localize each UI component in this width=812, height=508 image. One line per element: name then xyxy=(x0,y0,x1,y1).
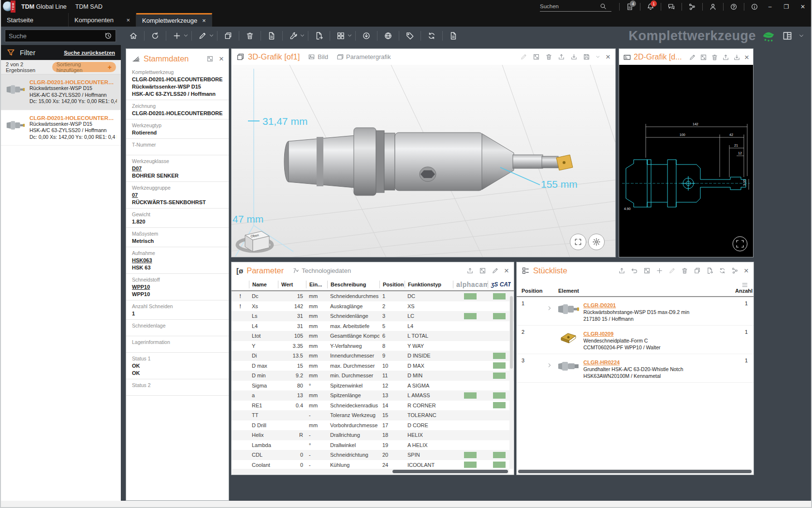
stueckliste-row[interactable]: 3 CLGR-HR0224 Grundhalter HSK-A/C 63-D20… xyxy=(517,354,754,383)
tab-parametergrafik[interactable]: Parametergrafik xyxy=(336,53,391,60)
close-panel-icon[interactable]: × xyxy=(744,53,749,61)
messages-button[interactable] xyxy=(664,0,679,13)
reset-search-link[interactable]: Suche zurücksetzen xyxy=(64,50,115,56)
parameter-row[interactable]: ! D min 9.2 mm min. Durchmesser 11 D MIN xyxy=(232,371,514,381)
download-icon[interactable] xyxy=(733,54,740,61)
expand-icon[interactable] xyxy=(206,55,214,62)
export-icon[interactable] xyxy=(618,267,625,274)
col-anzahl[interactable]: Anzahl xyxy=(735,288,754,294)
layout-chevron-icon[interactable] xyxy=(798,33,804,39)
close-panel-icon[interactable]: × xyxy=(504,267,509,275)
parameter-row[interactable]: ! L4 31 mm max. Arbeitstiefe 5 L4 xyxy=(232,321,514,331)
tools-dropdown[interactable] xyxy=(299,31,306,40)
globe-button[interactable] xyxy=(379,27,397,45)
2d-fullscreen-icon[interactable] xyxy=(737,240,743,247)
parameter-tab-active[interactable]: Parameter xyxy=(246,266,284,275)
tab-technologiedaten[interactable]: Technologiedaten xyxy=(292,267,351,274)
save-chevron-icon[interactable] xyxy=(595,53,600,60)
field-link[interactable]: 07 xyxy=(132,192,223,199)
download-button[interactable] xyxy=(358,27,375,45)
parameter-row[interactable]: ! RE1 0.4 mm Schneideckenradius 14 R COR… xyxy=(232,401,514,411)
stueckliste-row[interactable]: 2 CLGR-I0209 Wendeschneidplatte-Form C C… xyxy=(517,326,754,354)
global-search[interactable] xyxy=(540,2,611,12)
col-position[interactable]: Position xyxy=(379,281,405,288)
edit-icon[interactable] xyxy=(668,267,676,274)
expand-chevron-icon[interactable] xyxy=(547,358,557,379)
tab-bild[interactable]: Bild xyxy=(308,53,328,60)
add-dropdown[interactable] xyxy=(182,31,189,40)
sync-icon[interactable] xyxy=(719,267,726,274)
3d-viewport[interactable]: 31,47 mm 155 mm 47 mm Oben xyxy=(232,65,615,257)
component-link[interactable]: CLGR-D0201 xyxy=(583,302,616,308)
search-history-icon[interactable] xyxy=(104,32,112,40)
parameter-row[interactable]: ! TT - Toleranz Werkzeug 15 TOLERANC xyxy=(232,410,514,420)
parameter-row[interactable]: ! D Drill mm Vorbohrdurchmesse 17 D CORE xyxy=(232,420,514,431)
parameter-row[interactable]: ! a 13 mm Spitzenlänge 13 L AMASS xyxy=(232,390,514,401)
parameter-row[interactable]: ! Ls 31 mm Schneidenlänge 3 LC xyxy=(232,311,514,321)
forward-icon[interactable] xyxy=(706,267,713,274)
col-position[interactable]: Position xyxy=(517,288,558,294)
global-search-input[interactable] xyxy=(540,3,600,9)
search-icon[interactable] xyxy=(600,3,607,10)
sync-button[interactable] xyxy=(423,27,440,45)
parameter-vscrollbar[interactable] xyxy=(509,292,513,469)
result-title-link[interactable]: CLGR-D0201-HOLECOUNTERBORE xyxy=(29,79,117,85)
edit-icon[interactable] xyxy=(492,267,499,274)
trash-icon[interactable] xyxy=(545,53,552,60)
app-tab[interactable]: Startseite × xyxy=(1,13,69,27)
settings-button[interactable] xyxy=(588,234,605,250)
result-item[interactable]: CLGR-D0201-HOLECOUNTERBORE Rückwärtssenk… xyxy=(1,75,121,110)
add-button[interactable] xyxy=(168,27,182,45)
export-icon[interactable] xyxy=(466,267,474,274)
2d-viewport[interactable]: 142 100 42 21 12 3.35 4.90 xyxy=(619,65,753,257)
view-dropdown[interactable] xyxy=(346,31,353,40)
parameter-row[interactable]: ! Coolant 0 - Kühlung 24 ICOOLANT xyxy=(232,460,514,470)
edit-dropdown[interactable] xyxy=(208,31,215,40)
edit-icon[interactable] xyxy=(520,53,527,60)
copy-icon[interactable] xyxy=(694,267,701,274)
tab-close-icon[interactable]: × xyxy=(126,16,130,24)
parameter-row[interactable]: ! Helix R - Drallrichtung 18 HELIX xyxy=(232,430,514,440)
undo-icon[interactable] xyxy=(631,267,638,274)
field-link[interactable]: WPP10 xyxy=(132,284,223,291)
fullscreen-button[interactable] xyxy=(570,234,586,250)
col-einheit[interactable]: Ein... xyxy=(306,281,327,288)
result-title-link[interactable]: CLGR-D0201-HOLECOUNTERBORE xyxy=(29,115,117,121)
view-grid-button[interactable] xyxy=(332,27,346,45)
field-link[interactable]: D07 xyxy=(132,165,223,172)
refresh-button[interactable] xyxy=(146,27,164,45)
expand-icon[interactable] xyxy=(700,54,707,61)
trash-icon[interactable] xyxy=(711,54,718,61)
col-element[interactable]: Element xyxy=(558,288,735,294)
close-panel-icon[interactable]: × xyxy=(606,53,610,61)
col-name[interactable]: Name xyxy=(249,281,278,288)
menu-icon[interactable] xyxy=(741,282,749,288)
component-link[interactable]: CLGR-I0209 xyxy=(583,331,613,337)
parameter-row[interactable]: ! Di 13.5 mm Innendurchmesser 9 D INSIDE xyxy=(232,351,514,361)
col-beschreibung[interactable]: Beschreibung xyxy=(327,281,379,288)
document-button[interactable] xyxy=(263,27,280,45)
parameter-hscrollbar[interactable] xyxy=(232,469,509,474)
close-window-button[interactable]: ✕ xyxy=(795,0,811,13)
report-button[interactable] xyxy=(445,27,462,45)
parameter-row[interactable]: ! Dc 15 mm Schneidendurchmes 1 DC xyxy=(232,291,514,301)
info-button[interactable] xyxy=(747,0,762,13)
trash-icon[interactable] xyxy=(681,267,688,274)
result-item[interactable]: CLGR-D0201-HOLECOUNTERBORE Rückwärtssenk… xyxy=(1,110,121,146)
save-icon[interactable] xyxy=(583,53,590,60)
panel-layout-icon[interactable] xyxy=(782,30,793,41)
col-funktionstyp[interactable]: Funktionstyp xyxy=(405,281,453,288)
component-link[interactable]: CLGR-HR0224 xyxy=(583,359,620,365)
stueckliste-hscrollbar[interactable] xyxy=(517,469,753,474)
parameter-row[interactable]: ! Ltot 105 mm Gesamtlänge Kompo 6 L TOTA… xyxy=(232,331,514,341)
maximize-button[interactable]: ❐ xyxy=(778,0,795,13)
parameter-row[interactable]: ! Y 3.35 mm Y-Verfahrweg 8 Y WAY xyxy=(232,341,514,351)
notifications-button[interactable]: 1 xyxy=(643,0,658,13)
expand-icon[interactable] xyxy=(533,53,540,60)
parameter-row[interactable]: ! Xs 142 mm Auskraglänge 2 XS xyxy=(232,301,514,312)
share-icon[interactable] xyxy=(731,267,739,274)
module-search[interactable] xyxy=(5,30,116,42)
home-button[interactable] xyxy=(125,27,142,45)
export-document-button[interactable] xyxy=(310,27,328,45)
expand-icon[interactable] xyxy=(643,267,651,274)
